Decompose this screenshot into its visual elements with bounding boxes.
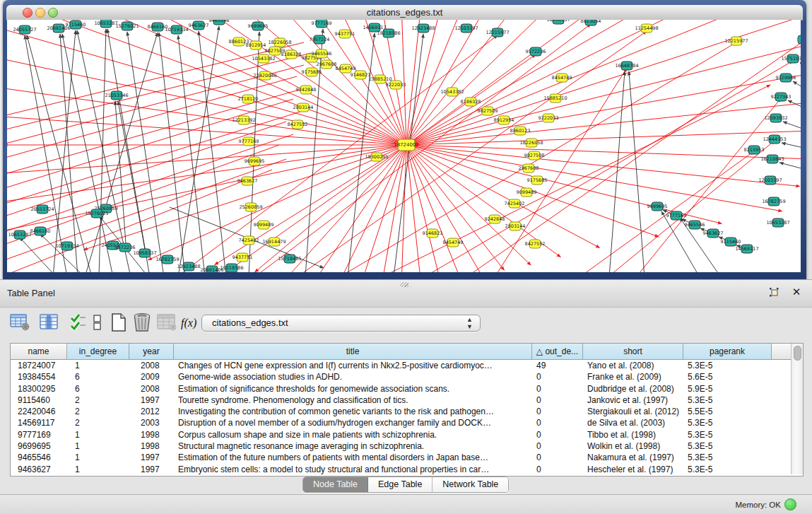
column-header-short[interactable]: short: [583, 344, 683, 360]
graph-node[interactable]: 7957224: [310, 35, 330, 44]
memory-status-indicator[interactable]: [784, 498, 796, 510]
table-cell[interactable]: 0: [532, 464, 583, 475]
table-cell[interactable]: 22420046: [11, 406, 67, 417]
graph-node[interactable]: 9437751: [335, 30, 355, 38]
graph-node[interactable]: 2967608: [317, 60, 337, 69]
table-cell[interactable]: 5.3E-5: [683, 360, 772, 371]
table-cell[interactable]: 9463627: [11, 464, 67, 475]
graph-node[interactable]: 15276021: [115, 22, 139, 30]
graph-node[interactable]: 9175685: [527, 176, 548, 185]
panel-resize-handle[interactable]: [400, 282, 408, 287]
window-titlebar[interactable]: citations_edges.txt: [6, 5, 803, 21]
table-cell[interactable]: 2012: [129, 406, 174, 417]
delete-table-button[interactable]: [131, 312, 153, 334]
table-cell[interactable]: 0: [532, 395, 583, 406]
table-cell[interactable]: 5.5E-5: [683, 406, 772, 417]
graph-node[interactable]: [798, 35, 801, 44]
table-cell[interactable]: 18724007: [11, 360, 67, 371]
table-cell[interactable]: 2008: [129, 383, 174, 395]
table-cell[interactable]: 2009: [129, 371, 174, 382]
table-row[interactable]: 946362711997Embryonic stem cells: a mode…: [11, 464, 791, 475]
graph-node[interactable]: 8186328: [281, 50, 302, 59]
table-cell[interactable]: Disruption of a novel member of a sodium…: [174, 417, 532, 428]
column-header-in_degree[interactable]: in_degree: [67, 344, 129, 360]
tab-network-table[interactable]: Network Table: [433, 477, 508, 492]
graph-node[interactable]: 9146821: [423, 229, 443, 238]
graph-node[interactable]: 10719134: [165, 25, 188, 34]
table-cell[interactable]: 9115460: [11, 395, 67, 406]
table-cell[interactable]: 1997: [129, 464, 174, 475]
scrollbar-thumb[interactable]: [794, 346, 801, 361]
graph-node[interactable]: 10958137: [546, 20, 570, 24]
column-header-pagerank[interactable]: pagerank: [683, 344, 772, 360]
graph-node[interactable]: 12215977: [724, 37, 748, 45]
graph-node[interactable]: 8912954: [494, 116, 514, 124]
graph-node[interactable]: 10653287: [94, 20, 117, 28]
table-cell[interactable]: 1997: [129, 395, 174, 406]
table-cell[interactable]: 1: [67, 452, 129, 463]
graph-node[interactable]: 16782759: [762, 197, 785, 206]
table-cell[interactable]: Estimation of the future numbers of pati…: [174, 452, 532, 463]
table-row[interactable]: 1872400712008Changes of HCN gene express…: [11, 360, 791, 371]
graph-node[interactable]: 8215953: [744, 146, 765, 154]
table-cell[interactable]: 18300295: [11, 383, 67, 395]
table-cell[interactable]: 1998: [129, 440, 174, 452]
table-cell[interactable]: 6: [67, 371, 129, 382]
graph-node[interactable]: 8186328: [461, 98, 481, 106]
table-cell[interactable]: 2: [67, 395, 129, 406]
graph-node[interactable]: 12923488: [177, 262, 200, 271]
unselect-all-button[interactable]: [92, 312, 103, 334]
table-cell[interactable]: 1: [67, 429, 129, 440]
network-canvas[interactable]: 2405572720691406911546010653287152760218…: [7, 20, 801, 272]
table-cell[interactable]: Hescheler et al. (1997): [583, 464, 683, 475]
table-row[interactable]: 2242004622012Investigating the contribut…: [11, 406, 791, 417]
table-row[interactable]: 946554611997Estimation of the future num…: [11, 452, 791, 463]
graph-node[interactable]: 12093832: [764, 114, 787, 122]
graph-node[interactable]: 9242848: [296, 86, 317, 94]
table-cell[interactable]: 1: [67, 360, 129, 371]
graph-node[interactable]: 10653287: [8, 230, 31, 239]
import-table-button-disabled[interactable]: [157, 312, 178, 334]
table-cell[interactable]: Estimation of significance thresholds fo…: [174, 383, 532, 395]
table-cell[interactable]: 5.6E-5: [683, 371, 772, 382]
graph-node[interactable]: 9572236: [115, 243, 136, 252]
graph-node[interactable]: 9222033: [386, 81, 406, 89]
table-cell[interactable]: 0: [532, 440, 583, 452]
graph-node[interactable]: 9777169: [312, 20, 332, 28]
table-cell[interactable]: Wolkin et al. (1998): [583, 440, 683, 452]
table-cell[interactable]: Embryonic stem cells: a model to study s…: [174, 464, 532, 475]
graph-node[interactable]: 9463627: [189, 21, 209, 30]
table-cell[interactable]: Yano et al. (2008): [583, 360, 683, 371]
graph-node[interactable]: 2803144: [293, 103, 314, 112]
graph-node[interactable]: 10653287: [766, 218, 789, 227]
table-cell[interactable]: Nakamura et al. (1997): [583, 452, 683, 463]
table-cell[interactable]: 9465546: [11, 452, 67, 463]
graph-node[interactable]: 9099489: [254, 221, 274, 229]
graph-node[interactable]: 16648784: [615, 62, 638, 70]
close-panel-icon[interactable]: ✕: [791, 286, 802, 298]
graph-node[interactable]: 12444153: [763, 135, 786, 144]
graph-node[interactable]: 16782759: [155, 255, 179, 264]
graph-node[interactable]: 18226058: [519, 139, 543, 147]
graph-node[interactable]: 12103197: [758, 176, 782, 185]
graph-node[interactable]: 14569117: [735, 245, 758, 253]
graph-node[interactable]: 19218586: [377, 29, 400, 37]
graph-node[interactable]: 24055727: [13, 25, 36, 34]
graph-node[interactable]: 9827509: [478, 107, 498, 115]
float-panel-icon[interactable]: [768, 286, 781, 299]
graph-node[interactable]: 9146821: [351, 71, 371, 79]
graph-node[interactable]: 8427552: [525, 240, 546, 248]
graph-node[interactable]: 25260859: [239, 203, 262, 211]
function-builder-button[interactable]: f(x): [181, 312, 196, 334]
table-cell[interactable]: Structural magnetic resonance image aver…: [174, 440, 532, 452]
graph-node[interactable]: 8454749: [552, 74, 572, 82]
table-cell[interactable]: 2: [67, 417, 129, 428]
table-cell[interactable]: 49: [532, 360, 583, 371]
table-cell[interactable]: Genome-wide association studies in ADHD.: [174, 371, 532, 382]
table-cell[interactable]: Corpus callosum shape and size in male p…: [174, 429, 532, 440]
table-cell[interactable]: Tourette syndrome. Phenomenology and cla…: [174, 395, 532, 406]
graph-node[interactable]: 9465546: [209, 20, 230, 25]
table-cell[interactable]: 1: [67, 440, 129, 452]
table-row[interactable]: 977716911998Corpus callosum shape and si…: [11, 429, 791, 440]
table-row[interactable]: 969969511998Structural magnetic resonanc…: [11, 440, 791, 452]
